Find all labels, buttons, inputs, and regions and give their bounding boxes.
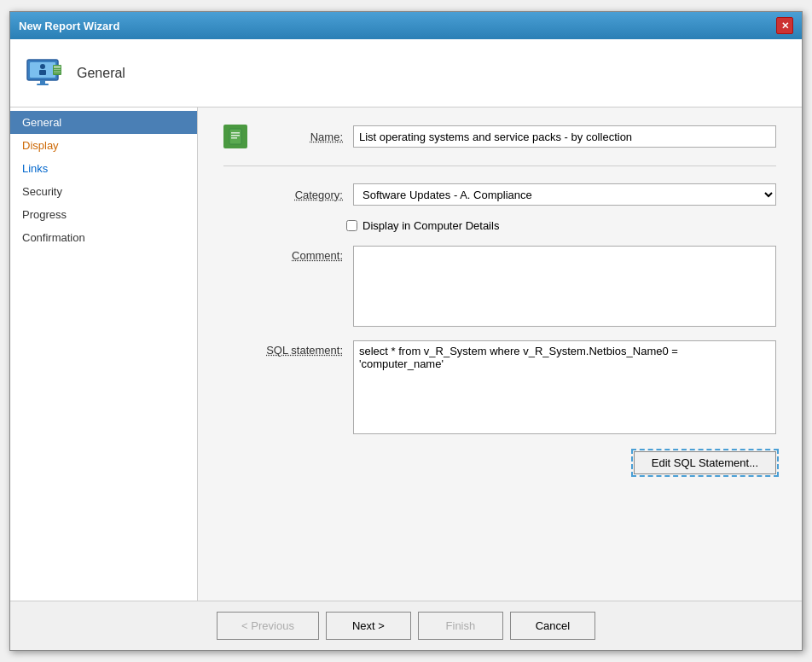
- svg-point-2: [40, 64, 45, 69]
- cancel-button[interactable]: Cancel: [510, 612, 595, 640]
- category-row: Category: Software Updates - A. Complian…: [223, 183, 776, 206]
- sql-label: SQL statement:: [258, 340, 343, 357]
- close-button[interactable]: ✕: [776, 17, 793, 34]
- header-icon: [24, 53, 65, 94]
- category-select[interactable]: Software Updates - A. Compliance Hardwar…: [353, 183, 776, 206]
- computer-details-checkbox[interactable]: [346, 220, 357, 231]
- svg-rect-5: [37, 84, 49, 85]
- svg-rect-4: [40, 80, 45, 84]
- svg-rect-11: [229, 129, 241, 144]
- checkbox-label[interactable]: Display in Computer Details: [362, 219, 499, 232]
- svg-rect-9: [54, 71, 61, 72]
- edit-sql-row: Edit SQL Statement...: [223, 448, 776, 474]
- svg-rect-13: [231, 135, 240, 136]
- main-panel: Name: Category: Software Updates - A. Co…: [198, 107, 802, 601]
- svg-rect-10: [54, 73, 61, 73]
- comment-row: Comment:: [223, 246, 776, 327]
- window-title: New Report Wizard: [19, 20, 119, 32]
- bottom-bar: < Previous Next > Finish Cancel: [10, 601, 802, 650]
- name-row: Name:: [223, 125, 776, 148]
- category-label: Category:: [258, 189, 343, 201]
- sidebar-item-general[interactable]: General: [10, 111, 197, 134]
- sidebar-item-progress[interactable]: Progress: [10, 203, 197, 226]
- svg-rect-8: [54, 69, 61, 70]
- sidebar-item-links[interactable]: Links: [10, 157, 197, 180]
- svg-rect-3: [39, 70, 46, 75]
- header: General: [10, 39, 802, 107]
- svg-rect-12: [231, 132, 240, 134]
- previous-button[interactable]: < Previous: [217, 612, 319, 640]
- name-input[interactable]: [353, 125, 776, 148]
- comment-label: Comment:: [258, 246, 343, 262]
- divider-1: [223, 166, 776, 166]
- svg-rect-7: [54, 66, 61, 68]
- main-window: New Report Wizard ✕: [9, 11, 803, 651]
- edit-sql-button[interactable]: Edit SQL Statement...: [634, 451, 776, 474]
- content-area: General Display Links Security Progress …: [10, 107, 802, 601]
- header-title: General: [77, 66, 125, 81]
- comment-textarea[interactable]: [353, 246, 776, 327]
- sidebar-item-security[interactable]: Security: [10, 180, 197, 203]
- sql-row: SQL statement:: [223, 340, 776, 434]
- svg-rect-14: [231, 137, 237, 139]
- finish-button[interactable]: Finish: [418, 612, 503, 640]
- sql-textarea[interactable]: [353, 340, 776, 434]
- sidebar-item-display[interactable]: Display: [10, 134, 197, 157]
- name-icon: [223, 125, 247, 148]
- next-button[interactable]: Next >: [326, 612, 411, 640]
- name-label: Name:: [258, 131, 343, 143]
- sidebar: General Display Links Security Progress …: [10, 107, 198, 601]
- checkbox-row: Display in Computer Details: [346, 219, 776, 232]
- title-bar: New Report Wizard ✕: [10, 12, 802, 39]
- sidebar-item-confirmation[interactable]: Confirmation: [10, 226, 197, 249]
